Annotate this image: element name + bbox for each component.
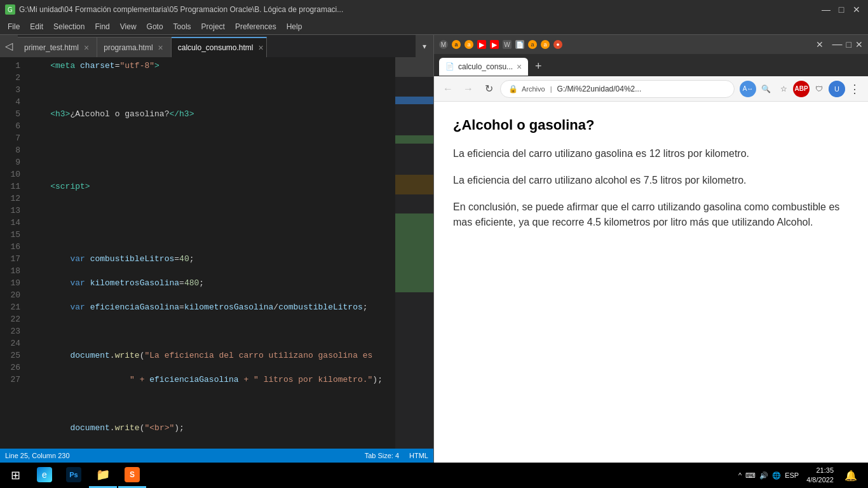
url-text: G:/Mi%22unidad/04%2... <box>557 85 726 93</box>
ext-abp[interactable]: ABP <box>793 81 810 97</box>
paragraph-3: En conclusión, se puede afirmar que el c… <box>453 200 849 230</box>
ext-search[interactable]: 🔍 <box>757 81 774 97</box>
browser-maximize[interactable]: □ <box>846 39 851 50</box>
menu-view[interactable]: View <box>115 21 142 32</box>
close-button[interactable]: ✕ <box>850 3 863 16</box>
address-bar[interactable]: 🔒 Archivo | G:/Mi%22unidad/04%2... <box>500 80 735 98</box>
tab-nav-left[interactable]: ◁ <box>0 35 18 57</box>
edge-icon: e <box>37 467 52 482</box>
forward-icon: → <box>463 83 473 95</box>
ext-settings[interactable]: 🛡 <box>811 81 827 97</box>
browser-menu-btn[interactable]: ⋮ <box>846 81 863 97</box>
lang-indicator[interactable]: ESP <box>785 471 799 479</box>
tab-close-calculo[interactable]: × <box>257 43 265 53</box>
menu-goto[interactable]: Goto <box>142 21 168 32</box>
browser-minimize[interactable]: — <box>832 39 843 50</box>
cursor-position: Line 25, Column 230 <box>5 452 70 459</box>
start-icon: ⊞ <box>11 468 20 482</box>
start-button[interactable]: ⊞ <box>3 463 28 488</box>
browser-close[interactable]: ✕ <box>855 39 863 50</box>
tab-label: primer_test.html <box>24 43 79 52</box>
menu-selection[interactable]: Selection <box>48 21 90 32</box>
ps-icon: Ps <box>66 467 81 482</box>
forward-button[interactable]: → <box>459 80 477 98</box>
systray-keyboard: ⌨ <box>745 471 756 480</box>
ext-translate[interactable]: A↔ <box>740 81 756 97</box>
lock-icon: 🔒 <box>508 85 518 93</box>
systray-arrow[interactable]: ^ <box>738 471 742 479</box>
notification-btn[interactable]: 🔔 <box>841 463 860 488</box>
paragraph-2: La eficiencia del carro utilizano alcoho… <box>453 173 849 188</box>
code-content[interactable]: <meta charset="utf-8"> <h3>¿Alcohol o ga… <box>25 57 395 449</box>
notification-icon: 🔔 <box>844 470 857 482</box>
browser-icon-a4: a <box>541 40 550 49</box>
taskbar: ⊞ e Ps 📁 S ^ ⌨ 🔊 🌐 ESP <box>0 463 868 488</box>
clock-time: 21:35 <box>806 466 834 475</box>
minimize-button[interactable]: — <box>820 3 832 16</box>
browser-tab-title: calculo_consu... <box>458 62 513 71</box>
browser-content: ¿Alcohol o gasolina? La eficiencia del c… <box>434 102 868 463</box>
user-avatar[interactable]: U <box>829 81 845 97</box>
browser-icon-a3: a <box>528 40 537 49</box>
status-bar-right: Tab Size: 4 HTML <box>365 452 428 459</box>
status-bar: Line 25, Column 230 Tab Size: 4 HTML <box>0 449 433 463</box>
app-icon: G <box>5 4 15 15</box>
menu-bar: File Edit Selection Find View Goto Tools… <box>0 19 868 35</box>
main-area: ◁ primer_test.html × programa.html × cal… <box>0 35 868 463</box>
language-mode: HTML <box>409 452 428 459</box>
line-numbers: 12345 678910 1112131415 1617181920 21222… <box>0 57 25 449</box>
tab-overflow-btn[interactable]: ▾ <box>416 35 433 57</box>
divider: | <box>550 85 552 93</box>
taskbar-app-sublime[interactable]: S <box>118 463 146 488</box>
menu-file[interactable]: File <box>3 21 25 32</box>
menu-tools[interactable]: Tools <box>168 21 196 32</box>
taskbar-right: ^ ⌨ 🔊 🌐 ESP 21:35 4/8/2022 🔔 <box>738 463 865 488</box>
editor-pane: ◁ primer_test.html × programa.html × cal… <box>0 35 434 463</box>
maximize-button[interactable]: □ <box>835 3 848 16</box>
tab-primer-test[interactable]: primer_test.html × <box>18 37 97 57</box>
explorer-icon: 📁 <box>95 467 111 482</box>
menu-edit[interactable]: Edit <box>25 21 48 32</box>
browser-title-row: M a a ▶ ▶ W 📄 a a ● ✕ — □ ✕ <box>434 35 868 54</box>
browser-icon-yt: ▶ <box>477 40 486 49</box>
refresh-icon: ↻ <box>485 83 493 95</box>
window-controls[interactable]: — □ ✕ <box>820 3 863 16</box>
menu-help[interactable]: Help <box>281 21 308 32</box>
menu-project[interactable]: Project <box>196 21 230 32</box>
tab-close-programa[interactable]: × <box>157 43 165 53</box>
back-button[interactable]: ← <box>439 80 457 98</box>
code-area[interactable]: 12345 678910 1112131415 1617181920 21222… <box>0 57 433 449</box>
avatar-initial: U <box>829 81 845 97</box>
browser-tab-close[interactable]: ✕ <box>816 39 824 50</box>
tab-size: Tab Size: 4 <box>365 452 399 459</box>
refresh-button[interactable]: ↻ <box>480 80 498 98</box>
tab-close-primer-test[interactable]: × <box>83 43 90 53</box>
menu-find[interactable]: Find <box>90 21 114 32</box>
taskbar-apps: e Ps 📁 S <box>31 463 146 488</box>
taskbar-clock[interactable]: 21:35 4/8/2022 <box>801 466 839 485</box>
tab-calculo[interactable]: calculo_consumo.html × <box>172 37 267 57</box>
browser-icon-a2: a <box>465 40 473 49</box>
systray-volume[interactable]: 🔊 <box>759 471 768 480</box>
browser-toolbar: ← → ↻ 🔒 Archivo | G:/Mi%22unidad/04%2...… <box>434 76 868 102</box>
browser-tab-favicon: 📄 <box>445 62 454 71</box>
browser-active-tab[interactable]: 📄 calculo_consu... × <box>439 58 528 76</box>
paragraph-1: La eficiencia del carro utilizano gasoli… <box>453 146 849 161</box>
systray-network[interactable]: 🌐 <box>772 471 781 480</box>
tab-label: programa.html <box>104 43 153 52</box>
tab-programa[interactable]: programa.html × <box>97 37 172 57</box>
browser-tab-close-active[interactable]: × <box>517 62 522 72</box>
ext-star[interactable]: ☆ <box>775 81 792 97</box>
browser-icon-a1: a <box>452 40 461 49</box>
archivo-label: Archivo <box>522 85 545 93</box>
back-icon: ← <box>443 83 453 95</box>
taskbar-app-explorer[interactable]: 📁 <box>89 463 117 488</box>
minimap-visual <box>395 57 433 449</box>
browser-icon-misc1: W <box>503 40 512 49</box>
taskbar-app-edge[interactable]: e <box>31 463 58 488</box>
new-tab-btn[interactable]: + <box>529 58 547 76</box>
clock-date: 4/8/2022 <box>806 475 834 485</box>
window-title: G:\Mi unidad\04 Formación complementaria… <box>19 5 820 14</box>
taskbar-app-ps[interactable]: Ps <box>60 463 88 488</box>
menu-preferences[interactable]: Preferences <box>230 21 281 32</box>
